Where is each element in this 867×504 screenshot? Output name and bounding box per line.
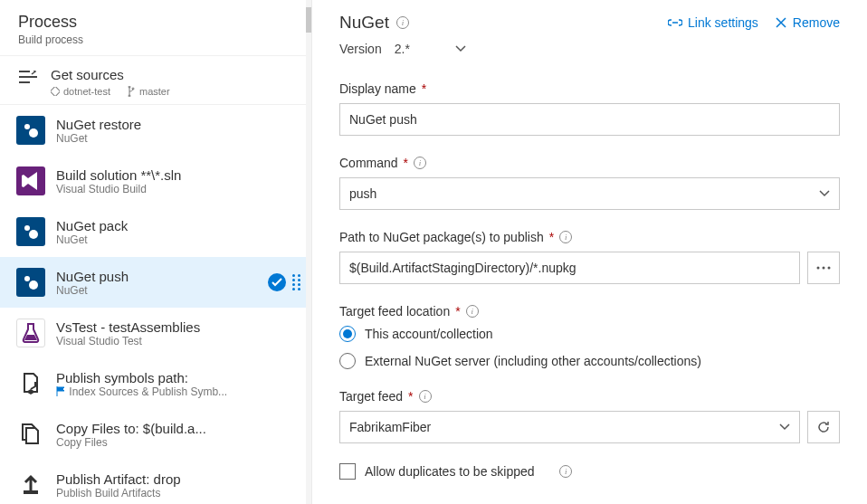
radio-label: This account/collection (365, 327, 493, 341)
test-icon (16, 319, 45, 347)
task-row[interactable]: NuGet packNuGet (0, 206, 311, 257)
link-icon (668, 16, 682, 29)
svg-point-6 (29, 281, 38, 290)
repo-meta: dotnet-test (51, 86, 110, 97)
left-panel: Process Build process Get sources dotnet… (0, 0, 312, 504)
drag-handle-icon[interactable] (291, 272, 300, 292)
target-feed-label: Target feed (339, 389, 403, 404)
target-feed-value: FabrikamFiber (349, 420, 431, 434)
svg-rect-7 (24, 490, 38, 494)
task-row[interactable]: NuGet pushNuGet (0, 257, 311, 308)
task-title: Publish Artifact: drop (56, 471, 300, 487)
task-body: VsTest - testAssembliesVisual Studio Tes… (56, 319, 300, 347)
display-name-input[interactable] (339, 103, 840, 136)
task-subtitle: NuGet (56, 233, 300, 246)
display-name-group: Display name * (339, 81, 840, 136)
task-title: VsTest - testAssemblies (56, 319, 300, 335)
path-group: Path to NuGet package(s) to publish * i (339, 230, 840, 284)
command-value: push (349, 186, 376, 201)
link-settings-button[interactable]: Link settings (668, 15, 758, 30)
artifact-icon (16, 471, 45, 499)
chevron-down-icon (779, 423, 790, 431)
task-title: NuGet push (56, 269, 257, 284)
info-icon[interactable]: i (396, 16, 409, 29)
task-row[interactable]: Copy Files to: $(build.a...Copy Files (0, 409, 311, 460)
nuget-icon (16, 217, 45, 246)
remove-label: Remove (793, 15, 840, 30)
command-label: Command (339, 156, 398, 170)
command-select[interactable]: push (339, 177, 840, 210)
path-input[interactable] (339, 252, 800, 284)
task-subtitle: Index Sources & Publish Symb... (56, 385, 300, 398)
task-row[interactable]: VsTest - testAssembliesVisual Studio Tes… (0, 308, 311, 358)
remove-button[interactable]: Remove (775, 15, 840, 30)
get-sources-row[interactable]: Get sources dotnet-test master (0, 56, 311, 105)
info-icon[interactable]: i (559, 465, 572, 478)
svg-point-1 (24, 124, 30, 129)
branch-icon (127, 86, 136, 97)
branch-name: master (139, 86, 170, 97)
info-icon[interactable]: i (419, 390, 432, 403)
details-header: NuGet i Link settings Remove (339, 13, 840, 33)
radio-this-account[interactable]: This account/collection (339, 326, 840, 342)
task-row[interactable]: NuGet restoreNuGet (0, 105, 311, 156)
right-panel: NuGet i Link settings Remove Version 2.*… (312, 0, 867, 504)
process-subtitle: Build process (18, 33, 293, 46)
get-sources-icon (18, 67, 38, 83)
check-badge-icon (268, 273, 286, 291)
target-location-group: Target feed location * i This account/co… (339, 304, 840, 369)
copy-icon (16, 420, 45, 449)
info-icon[interactable]: i (466, 305, 479, 318)
version-row: Version 2.* (339, 42, 840, 56)
repo-icon (51, 87, 60, 96)
nuget-icon (16, 116, 45, 145)
svg-rect-0 (51, 87, 60, 96)
info-icon[interactable]: i (414, 157, 426, 169)
target-feed-select[interactable]: FabrikamFiber (339, 411, 800, 443)
svg-point-10 (828, 267, 831, 270)
allow-duplicates-checkbox[interactable]: Allow duplicates to be skipped i (339, 463, 840, 480)
svg-point-4 (29, 230, 38, 239)
refresh-icon (816, 420, 831, 434)
repo-name: dotnet-test (63, 86, 110, 97)
ellipsis-icon (816, 266, 831, 270)
task-body: Build solution **\*.slnVisual Studio Bui… (56, 167, 300, 195)
scrollbar[interactable] (306, 0, 311, 504)
radio-icon (339, 353, 356, 369)
task-body: NuGet packNuGet (56, 218, 300, 246)
symbols-icon (16, 369, 45, 398)
task-body: NuGet pushNuGet (56, 269, 257, 297)
nuget-icon (16, 268, 45, 297)
radio-label: External NuGet server (including other a… (365, 354, 701, 368)
radio-external-server[interactable]: External NuGet server (including other a… (339, 353, 840, 369)
task-subtitle: Copy Files (56, 436, 300, 449)
task-title: Build solution **\*.sln (56, 167, 300, 183)
vs-icon (16, 166, 45, 195)
get-sources-body: Get sources dotnet-test master (51, 67, 293, 97)
task-row[interactable]: Publish symbols path: Index Sources & Pu… (0, 358, 311, 409)
get-sources-title: Get sources (51, 67, 293, 82)
chevron-down-icon (819, 190, 830, 197)
link-settings-label: Link settings (688, 15, 758, 30)
task-title: Copy Files to: $(build.a... (56, 421, 300, 436)
svg-point-3 (24, 225, 30, 231)
task-body: Publish Artifact: dropPublish Build Arti… (56, 471, 300, 499)
task-row[interactable]: Build solution **\*.slnVisual Studio Bui… (0, 156, 311, 206)
version-select[interactable]: 2.* (395, 42, 466, 56)
browse-button[interactable] (807, 252, 840, 284)
task-list: NuGet restoreNuGetBuild solution **\*.sl… (0, 105, 311, 504)
chevron-down-icon (455, 45, 466, 52)
info-icon[interactable]: i (559, 231, 572, 243)
task-subtitle: Visual Studio Build (56, 183, 300, 195)
refresh-button[interactable] (807, 411, 840, 443)
target-location-label: Target feed location (339, 304, 450, 319)
checkbox-icon (339, 463, 356, 480)
task-title: NuGet restore (56, 117, 300, 132)
details-title: NuGet (339, 13, 389, 33)
command-group: Command * i push (339, 156, 840, 210)
close-icon (775, 16, 787, 29)
task-subtitle: Visual Studio Test (56, 335, 300, 347)
target-feed-group: Target feed * i FabrikamFiber (339, 389, 840, 443)
task-subtitle: NuGet (56, 132, 300, 145)
task-row[interactable]: Publish Artifact: dropPublish Build Arti… (0, 460, 311, 504)
